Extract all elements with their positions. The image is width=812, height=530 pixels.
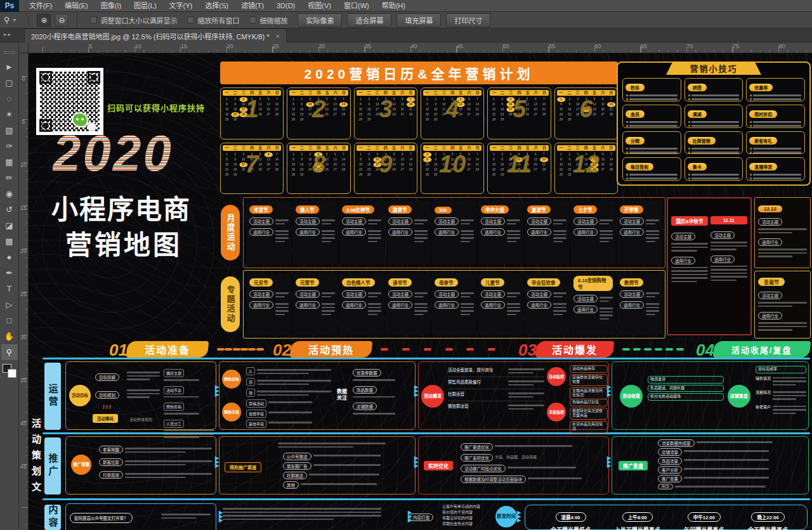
checkbox-icon[interactable] xyxy=(90,16,97,23)
node-burst: 活动爆发 xyxy=(421,385,444,408)
monitor-item: 热销商品打标签 xyxy=(570,399,608,406)
ruler-corner xyxy=(19,42,29,53)
menu-图像(I)[interactable]: 图像(I) xyxy=(95,0,128,12)
tip-label-pill: 限时折扣 xyxy=(749,110,777,118)
gradient-tool-icon[interactable]: ▩ xyxy=(1,233,18,249)
healing-patch-tool-icon[interactable]: ▦ xyxy=(1,154,18,170)
menu-文字(Y)[interactable]: 文字(Y) xyxy=(163,0,199,12)
option-checkbox[interactable]: 细微缩放 xyxy=(249,15,287,25)
theme-pill: 活动主题 xyxy=(481,217,505,225)
option-button[interactable]: 打印尺寸 xyxy=(446,13,490,27)
box-realtime-optimize: 实时优化 xyxy=(424,461,453,470)
date: 23 xyxy=(565,167,573,172)
ps-logo-icon[interactable]: Ps xyxy=(0,0,19,12)
crop-tool-icon[interactable]: ▧ xyxy=(1,122,18,138)
date: 8 xyxy=(223,102,231,107)
date: 29 xyxy=(490,117,498,122)
canvas-poster[interactable]: 扫码可以获得小程序扶持 2020 小程序电商 营销地图 2020营销日历&全年营… xyxy=(29,53,812,530)
palette-grip[interactable] xyxy=(4,51,15,54)
weekday: 日 xyxy=(275,145,279,151)
option-button[interactable]: 实际像素 xyxy=(298,13,342,27)
checkbox-icon[interactable] xyxy=(187,16,194,23)
tip-label-pill: 分销 xyxy=(625,137,645,145)
menu-滤镜(T)[interactable]: 滤镜(T) xyxy=(235,0,270,12)
date: 26 xyxy=(457,112,465,117)
ops-close-cell: 活动收尾 物流发货售后跟进、问题处理积分兑换活动返场 店铺复盘 目标完成率 销售… xyxy=(612,361,809,430)
date: 18 xyxy=(515,107,523,112)
type-tool-icon[interactable]: T xyxy=(1,281,18,297)
zoom-in-button[interactable]: ⊕ xyxy=(37,14,51,27)
weekday: 日 xyxy=(409,90,412,96)
date: 6 xyxy=(265,97,273,102)
special-activities-box: 元旦节活动主题适用行业元宵节活动主题适用行业白色情人节活动主题适用行业读书节活动… xyxy=(243,270,665,339)
review-pill: 推广效果 xyxy=(658,475,682,482)
date-grid: 1234567891011121314151617181920212223242… xyxy=(557,97,615,122)
menu-编辑(E)[interactable]: 编辑(E) xyxy=(58,0,95,12)
path-select-tool-icon[interactable]: ▷ xyxy=(1,297,18,313)
industry-pill: 适用行业 xyxy=(481,301,505,309)
promo-burst-cell: 实时优化 推广渠道优化推广素材优化文案、商品图、活动海报活动推广时段点优化根据数… xyxy=(418,436,609,494)
color-swatches[interactable] xyxy=(3,364,16,378)
box-promo-review: 推广复盘 xyxy=(619,461,648,470)
zoom-tool-icon[interactable]: ⚲ xyxy=(4,15,10,25)
industry-pill: 适用行业 xyxy=(620,301,644,309)
pen-tool-icon[interactable]: ✒ xyxy=(1,265,18,281)
date: 8 xyxy=(490,157,498,162)
date: 12 xyxy=(457,157,465,162)
date: 4 xyxy=(315,152,323,157)
shape-tool-icon[interactable]: □ xyxy=(1,313,18,328)
tab-close-icon[interactable]: × xyxy=(275,32,279,40)
tip-label-pill: 会员 xyxy=(625,110,645,118)
option-button[interactable]: 填充屏幕 xyxy=(396,13,441,27)
zoom-out-button[interactable]: ⊖ xyxy=(55,14,69,27)
magic-wand-tool-icon[interactable]: ✶ xyxy=(1,107,18,122)
option-checkbox[interactable]: 缩放所有窗口 xyxy=(187,15,239,25)
menu-帮助(H)[interactable]: 帮助(H) xyxy=(376,0,412,12)
date: 13 xyxy=(331,157,339,162)
date: 5 xyxy=(457,97,465,102)
menu-图层(L)[interactable]: 图层(L) xyxy=(128,0,162,12)
date: 14 xyxy=(407,102,415,107)
blur-tool-icon[interactable]: ● xyxy=(1,249,18,265)
brush-tool-icon[interactable]: ✏ xyxy=(1,170,18,186)
checkbox-icon[interactable] xyxy=(249,16,256,23)
date: 20 xyxy=(398,107,406,112)
clone-stamp-tool-icon[interactable]: ◉ xyxy=(1,186,18,202)
date: 8 xyxy=(223,157,231,162)
vertical-ruler[interactable]: 051015202530354045 xyxy=(19,53,29,530)
option-checkbox[interactable]: 调整窗口大小以满屏显示 xyxy=(90,15,177,25)
date: 17 xyxy=(440,162,448,167)
panel-dock-icons[interactable]: ▸▸ xyxy=(4,31,12,37)
eraser-tool-icon[interactable]: ◪ xyxy=(1,217,18,233)
history-brush-tool-icon[interactable]: ↺ xyxy=(1,202,18,217)
horizontal-ruler[interactable]: 5101520253035404550556065707580 xyxy=(19,42,812,53)
menu-选择(S)[interactable]: 选择(S) xyxy=(199,0,235,12)
menu-文件(F)[interactable]: 文件(F) xyxy=(23,0,58,12)
phase-label: 活动收尾/复盘 xyxy=(731,344,792,356)
eyedropper-tool-icon[interactable]: ✑ xyxy=(1,138,18,154)
zoom-tool-icon[interactable]: ⚲ xyxy=(1,344,18,360)
activity-card: 年中大促活动主题适用行业 xyxy=(478,201,523,264)
marquee-tool-icon[interactable]: ▢ xyxy=(1,75,18,91)
tool-preset-dropdown-icon[interactable]: ▼ xyxy=(13,18,17,22)
background-color[interactable] xyxy=(8,369,16,378)
burst-item: 微信群运营 xyxy=(448,403,506,409)
move-tool-icon[interactable]: ► xyxy=(1,59,18,75)
date: 26 xyxy=(323,167,331,172)
weekday: 日 xyxy=(542,90,546,96)
date: 12 xyxy=(523,102,532,107)
option-button[interactable]: 适合屏幕 xyxy=(347,13,391,27)
date: 13 xyxy=(598,157,606,162)
menu-窗口(W)[interactable]: 窗口(W) xyxy=(337,0,376,12)
separator xyxy=(28,15,29,26)
separator xyxy=(77,15,77,26)
date: 25 xyxy=(582,167,590,172)
date: 15 xyxy=(490,162,498,167)
date: 24 xyxy=(239,112,247,117)
menu-3D(D)[interactable]: 3D(D) xyxy=(270,0,301,12)
document-tab[interactable]: 2020小程序电商营销地图.jpg @ 12.5% (扫码可以获得小程序扶持, … xyxy=(24,29,287,42)
lasso-tool-icon[interactable]: ◌ xyxy=(1,91,18,107)
menu-视图(V)[interactable]: 视图(V) xyxy=(301,0,337,12)
hand-tool-icon[interactable]: ✋ xyxy=(1,328,18,344)
activity-card: 520活动主题适用行业 xyxy=(432,201,476,264)
